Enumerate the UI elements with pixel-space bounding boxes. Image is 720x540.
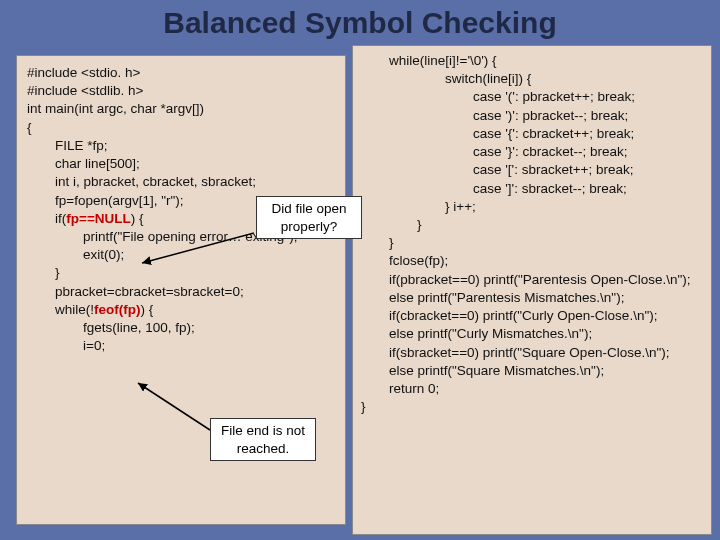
code-line: if(cbracket==0) printf("Curly Open-Close… bbox=[361, 307, 703, 325]
code-line: #include <stdio. h> bbox=[27, 64, 335, 82]
code-line: FILE *fp; bbox=[27, 137, 335, 155]
callout-file-end: File end is not reached. bbox=[210, 418, 316, 461]
code-line: else printf("Parentesis Mismatches.\n"); bbox=[361, 289, 703, 307]
code-line: case '{': cbracket++; break; bbox=[361, 125, 703, 143]
code-line: case '[': sbracket++; break; bbox=[361, 161, 703, 179]
code-line: } bbox=[361, 216, 703, 234]
code-line: case ']': sbracket--; break; bbox=[361, 180, 703, 198]
code-block-right: while(line[i]!='\0') { switch(line[i]) {… bbox=[352, 45, 712, 535]
code-line: if(pbracket==0) printf("Parentesis Open-… bbox=[361, 271, 703, 289]
code-line: if(sbracket==0) printf("Square Open-Clos… bbox=[361, 344, 703, 362]
code-line: } bbox=[361, 234, 703, 252]
code-line: case '(': pbracket++; break; bbox=[361, 88, 703, 106]
code-line: return 0; bbox=[361, 380, 703, 398]
code-line: while(line[i]!='\0') { bbox=[361, 52, 703, 70]
code-line: fclose(fp); bbox=[361, 252, 703, 270]
code-line: while(!feof(fp)) { bbox=[27, 301, 335, 319]
slide-title: Balanced Symbol Checking bbox=[0, 0, 720, 44]
code-line: int i, pbracket, cbracket, sbracket; bbox=[27, 173, 335, 191]
code-line: case '}': cbracket--; break; bbox=[361, 143, 703, 161]
code-line: #include <stdlib. h> bbox=[27, 82, 335, 100]
callout-file-open: Did file open properly? bbox=[256, 196, 362, 239]
code-text: while(! bbox=[55, 302, 94, 317]
code-line: else printf("Square Mismatches.\n"); bbox=[361, 362, 703, 380]
code-line: pbracket=cbracket=sbracket=0; bbox=[27, 283, 335, 301]
code-line: { bbox=[27, 119, 335, 137]
code-line: case ')': pbracket--; break; bbox=[361, 107, 703, 125]
code-line: switch(line[i]) { bbox=[361, 70, 703, 88]
code-line: } bbox=[361, 399, 366, 414]
highlight-feof: feof(fp) bbox=[94, 302, 140, 317]
code-line: char line[500]; bbox=[27, 155, 335, 173]
code-line: else printf("Curly Mismatches.\n"); bbox=[361, 325, 703, 343]
code-line: fgets(line, 100, fp); bbox=[27, 319, 335, 337]
code-line: i=0; bbox=[27, 337, 335, 355]
highlight-null-check: fp==NULL bbox=[66, 211, 131, 226]
code-text: ) { bbox=[141, 302, 154, 317]
code-line: int main(int argc, char *argv[]) bbox=[27, 100, 335, 118]
code-text: if( bbox=[55, 211, 66, 226]
code-line: } bbox=[27, 264, 335, 282]
code-line: } i++; bbox=[361, 198, 703, 216]
code-text: ) { bbox=[131, 211, 144, 226]
code-line: exit(0); bbox=[27, 246, 335, 264]
